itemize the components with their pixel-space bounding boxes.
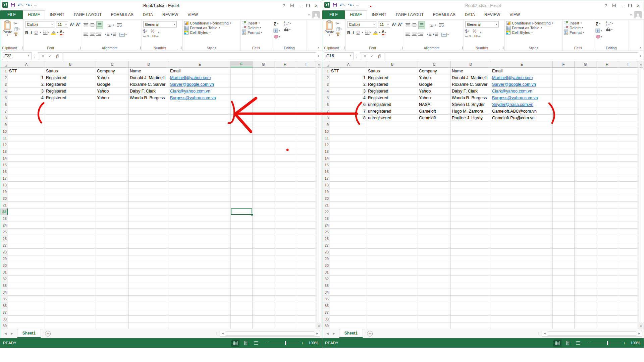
cell-I27[interactable]	[618, 242, 638, 249]
cell-B33[interactable]	[367, 282, 418, 289]
horizontal-scroll-thumb[interactable]	[226, 331, 314, 336]
cell-D3[interactable]: Roxanne C. Sarver	[129, 81, 169, 88]
cell-C30[interactable]	[96, 262, 129, 269]
cell-I1[interactable]	[296, 68, 316, 74]
cell-G3[interactable]	[253, 81, 274, 88]
cell-I38[interactable]	[618, 316, 638, 322]
underline-button[interactable]: U	[357, 30, 360, 35]
column-header-E[interactable]: E	[491, 61, 553, 67]
cell-F6[interactable]	[231, 101, 253, 108]
cell-I39[interactable]	[296, 322, 316, 329]
cell-A15[interactable]	[330, 162, 367, 168]
page-break-view-icon[interactable]	[252, 340, 260, 347]
cell-I34[interactable]	[296, 289, 316, 296]
cell-A33[interactable]	[8, 282, 45, 289]
format-cells-button[interactable]: Format▾	[242, 31, 270, 35]
cell-C28[interactable]	[418, 249, 451, 255]
cell-A8[interactable]	[8, 115, 45, 121]
cell-A36[interactable]	[8, 302, 45, 309]
cell-E4[interactable]: Clark@yahoo.com.vn	[169, 88, 231, 95]
row-header-18[interactable]: 18	[0, 182, 8, 188]
new-sheet-icon[interactable]: +	[45, 331, 51, 337]
row-header-9[interactable]: 9	[0, 121, 8, 128]
clear-eraser-icon[interactable]: ▾	[595, 35, 602, 39]
cell-F33[interactable]	[231, 282, 253, 289]
cell-F34[interactable]	[553, 289, 575, 296]
cell-E4[interactable]: Clark@yahoo.com.vn	[491, 88, 553, 95]
cell-H22[interactable]	[274, 208, 296, 215]
cell-G21[interactable]	[575, 202, 596, 208]
cell-E36[interactable]	[491, 302, 553, 309]
cell-G26[interactable]	[253, 235, 274, 242]
cell-I12[interactable]	[618, 141, 638, 148]
cell-B13[interactable]	[45, 148, 96, 155]
cell-B7[interactable]: unregistered	[367, 108, 418, 115]
cell-I24[interactable]	[296, 222, 316, 229]
expand-formula-bar-icon[interactable]: ▾	[638, 54, 643, 58]
cell-G6[interactable]	[253, 101, 274, 108]
cell-F37[interactable]	[231, 309, 253, 316]
cell-G6[interactable]	[575, 101, 596, 108]
cell-C22[interactable]	[96, 208, 129, 215]
row-header-11[interactable]: 11	[322, 135, 330, 141]
cell-C29[interactable]	[418, 255, 451, 262]
cell-C9[interactable]	[418, 121, 451, 128]
cell-D24[interactable]	[129, 222, 169, 229]
cell-A24[interactable]	[330, 222, 367, 229]
row-header-12[interactable]: 12	[0, 141, 8, 148]
cell-B3[interactable]: Registered	[367, 81, 418, 88]
cell-A26[interactable]	[330, 235, 367, 242]
tab-insert[interactable]: INSERT	[367, 10, 391, 19]
row-header-12[interactable]: 12	[322, 141, 330, 148]
row-header-38[interactable]: 38	[0, 316, 8, 322]
cell-G8[interactable]	[253, 115, 274, 121]
cell-F14[interactable]	[553, 155, 575, 162]
vertical-scroll-thumb[interactable]	[639, 67, 643, 323]
row-header-24[interactable]: 24	[322, 222, 330, 229]
cell-B18[interactable]	[45, 182, 96, 188]
cell-A11[interactable]	[330, 135, 367, 141]
cell-I27[interactable]	[296, 242, 316, 249]
cell-E7[interactable]	[169, 108, 231, 115]
row-header-33[interactable]: 33	[0, 282, 8, 289]
cell-A31[interactable]	[8, 269, 45, 276]
cell-F1[interactable]	[231, 68, 253, 74]
cell-G17[interactable]	[575, 175, 596, 182]
column-header-A[interactable]: A	[330, 61, 367, 67]
cell-B24[interactable]	[367, 222, 418, 229]
cell-H34[interactable]	[596, 289, 618, 296]
cell-C10[interactable]	[418, 128, 451, 135]
cell-G27[interactable]	[575, 242, 596, 249]
cell-B36[interactable]	[45, 302, 96, 309]
cell-E33[interactable]	[169, 282, 231, 289]
cell-A7[interactable]: 7	[330, 108, 367, 115]
cell-E17[interactable]	[491, 175, 553, 182]
cell-B35[interactable]	[367, 296, 418, 302]
font-color-icon[interactable]: A▾	[60, 30, 64, 35]
cell-D8[interactable]: Pauline J. Hardy	[451, 115, 491, 121]
row-header-10[interactable]: 10	[322, 128, 330, 135]
cell-B9[interactable]	[45, 121, 96, 128]
row-header-25[interactable]: 25	[0, 229, 8, 235]
cell-H25[interactable]	[596, 229, 618, 235]
cell-D15[interactable]	[451, 162, 491, 168]
cell-B31[interactable]	[367, 269, 418, 276]
row-header-2[interactable]: 2	[322, 74, 330, 81]
cell-C5[interactable]: Yahoo	[96, 95, 129, 101]
cell-F9[interactable]	[231, 121, 253, 128]
save-icon[interactable]	[10, 2, 15, 8]
cell-C1[interactable]: Company	[418, 68, 451, 74]
cell-C35[interactable]	[96, 296, 129, 302]
cell-D36[interactable]	[451, 302, 491, 309]
cell-A30[interactable]	[330, 262, 367, 269]
normal-view-icon[interactable]	[231, 340, 239, 347]
redo-button[interactable]: ↷▾	[26, 3, 32, 8]
cell-E25[interactable]	[491, 229, 553, 235]
cell-I15[interactable]	[296, 162, 316, 168]
top-align-icon[interactable]	[406, 22, 410, 28]
cell-C36[interactable]	[96, 302, 129, 309]
cell-B14[interactable]	[367, 155, 418, 162]
borders-icon[interactable]: ▾	[365, 31, 372, 35]
cell-I19[interactable]	[618, 188, 638, 195]
row-header-34[interactable]: 34	[322, 289, 330, 296]
